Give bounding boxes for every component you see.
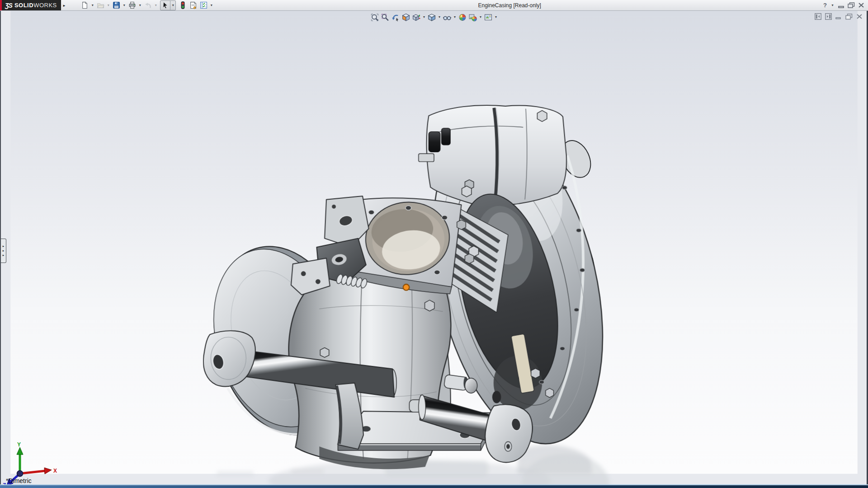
hex-bolt[interactable] <box>320 348 329 357</box>
hex-nut[interactable] <box>419 154 434 162</box>
options-gear-icon <box>200 1 208 9</box>
edit-appearance-icon <box>458 13 467 22</box>
minimize-button[interactable] <box>838 3 844 8</box>
apply-scene-button[interactable] <box>468 13 478 22</box>
document-title: EngineCasing [Read-only] <box>214 2 823 9</box>
feature-manager-flyout-tab[interactable]: ▸ ▸ ▸ <box>1 239 6 263</box>
undo-dropdown-caret[interactable]: ▾ <box>153 1 158 10</box>
file-properties-icon <box>189 1 197 9</box>
select-cursor-icon <box>161 1 169 9</box>
close-doc-icon[interactable] <box>856 14 863 19</box>
show-right-pane-icon[interactable] <box>825 13 832 20</box>
zoom-to-fit-button[interactable] <box>370 13 380 22</box>
hide-show-items-button[interactable] <box>442 13 453 22</box>
close-button[interactable] <box>858 2 864 8</box>
display-style-button[interactable] <box>427 13 437 22</box>
x-axis-arrow[interactable] <box>44 468 52 474</box>
document-pane-controls <box>815 13 863 20</box>
hex-bolt[interactable] <box>537 111 547 122</box>
view-settings-caret[interactable]: ▾ <box>494 13 499 22</box>
standard-toolbar: ▾ ▾ ▾ ▾ ▾ ▾ <box>80 0 214 10</box>
app-window-controls: ? ▾ <box>823 1 868 10</box>
view-orientation-icon <box>412 13 421 22</box>
select-tool-button[interactable] <box>160 1 170 10</box>
graphics-area[interactable]: ▾ ▾ ▾ ▾ ▾ ▸ <box>0 11 868 484</box>
options-button[interactable] <box>198 1 208 10</box>
top-cover[interactable] <box>419 105 566 206</box>
tab-arrow-icon: ▸ <box>3 249 5 253</box>
black-fitting[interactable] <box>429 131 440 152</box>
section-view-icon <box>402 13 410 22</box>
hex-bolt[interactable] <box>425 300 434 311</box>
zoom-to-area-icon <box>381 13 390 22</box>
save-floppy-icon <box>113 1 120 9</box>
save-dropdown-caret[interactable]: ▾ <box>122 1 127 10</box>
apply-scene-caret[interactable]: ▾ <box>478 13 483 22</box>
brand-name-bold: SOLID <box>14 2 33 9</box>
hex-bolt[interactable] <box>465 254 474 263</box>
new-document-icon <box>81 1 89 9</box>
undo-button[interactable] <box>143 1 153 10</box>
black-fitting-small[interactable] <box>442 128 451 145</box>
y-axis-arrow[interactable] <box>17 447 23 455</box>
section-view-button[interactable] <box>401 13 411 22</box>
headsup-view-toolbar: ▾ ▾ ▾ ▾ ▾ <box>370 12 499 22</box>
select-tool-group: ▾ <box>160 0 176 10</box>
open-button[interactable] <box>95 1 105 10</box>
print-dropdown-caret[interactable]: ▾ <box>137 1 142 10</box>
rebuild-traffic-light-icon <box>179 1 187 9</box>
new-dropdown-caret[interactable]: ▾ <box>90 1 95 10</box>
zoom-to-fit-icon <box>371 13 379 22</box>
display-style-icon <box>428 13 436 22</box>
origin-point-marker[interactable] <box>403 284 410 291</box>
view-settings-icon <box>484 13 493 22</box>
zoom-to-area-button[interactable] <box>380 13 391 22</box>
solidworks-window: ƷS SOLID WORKS ▸ ▾ ▾ ▾ ▾ ▾ <box>0 0 868 488</box>
window-border-left <box>0 10 1 484</box>
print-button[interactable] <box>127 1 137 10</box>
3d-scene[interactable] <box>0 11 868 484</box>
statusbar-strip <box>0 485 868 488</box>
hex-bolt[interactable] <box>457 220 466 230</box>
print-icon <box>128 1 136 9</box>
previous-view-icon <box>392 13 400 22</box>
hide-show-items-caret[interactable]: ▾ <box>453 13 458 22</box>
menu-flyout-arrow-icon[interactable]: ▸ <box>63 3 66 8</box>
x-axis-label: X <box>53 468 57 474</box>
new-document-button[interactable] <box>80 1 90 10</box>
logo-red-stripe <box>0 0 2 10</box>
previous-view-button[interactable] <box>391 13 401 22</box>
tab-arrow-icon: ▸ <box>3 253 5 258</box>
save-button[interactable] <box>111 1 121 10</box>
display-style-caret[interactable]: ▾ <box>437 13 442 22</box>
restore-doc-icon[interactable] <box>845 14 853 20</box>
brand-name-light: WORKS <box>33 2 57 9</box>
select-dropdown-caret[interactable]: ▾ <box>170 1 175 10</box>
minimize-doc-icon[interactable] <box>835 14 842 19</box>
titlebar: ƷS SOLID WORKS ▸ ▾ ▾ ▾ ▾ ▾ <box>0 0 868 11</box>
acorn-nut[interactable] <box>465 378 477 393</box>
inner-hex-bolt[interactable] <box>546 388 554 397</box>
open-dropdown-caret[interactable]: ▾ <box>106 1 111 10</box>
apply-scene-icon <box>469 13 477 22</box>
inner-hex-bolt[interactable] <box>531 368 540 378</box>
help-button[interactable]: ? <box>823 2 827 9</box>
help-dropdown-caret[interactable]: ▾ <box>830 1 835 10</box>
triad-origin-ball <box>17 471 23 477</box>
hide-show-items-icon <box>443 13 452 22</box>
options-dropdown-caret[interactable]: ▾ <box>209 1 214 10</box>
rebuild-button[interactable] <box>178 1 188 10</box>
view-orientation-button[interactable] <box>411 13 422 22</box>
undo-arrow-icon <box>144 1 152 9</box>
view-orientation-caret[interactable]: ▾ <box>422 13 427 22</box>
view-settings-button[interactable] <box>483 13 494 22</box>
show-left-pane-icon[interactable] <box>815 13 821 20</box>
dassault-logo-glyph: ƷS <box>5 2 12 9</box>
tab-arrow-icon: ▸ <box>3 244 5 249</box>
y-axis-label: Y <box>17 441 21 448</box>
open-folder-icon <box>97 1 104 9</box>
file-properties-button[interactable] <box>188 1 198 10</box>
view-orientation-label: *Dimetric <box>6 477 32 484</box>
edit-appearance-button[interactable] <box>458 13 468 22</box>
restore-button[interactable] <box>848 2 855 8</box>
